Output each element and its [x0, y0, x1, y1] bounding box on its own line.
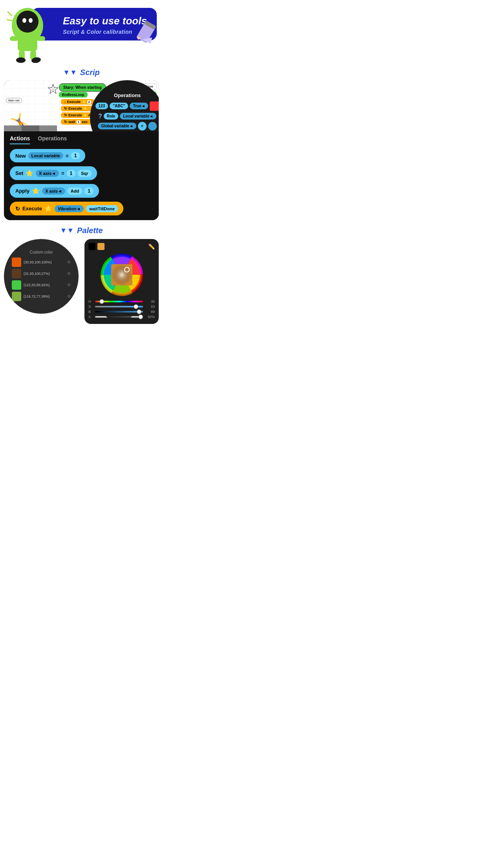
- slider-h-value: 35: [145, 300, 155, 303]
- color-wheel-header: ✏️: [88, 243, 155, 250]
- script-blocks-container: New Local variable = 1 Set ⭐ X axis◄ = 1…: [4, 144, 159, 220]
- ops-chip-123[interactable]: 123: [95, 103, 108, 109]
- color-swatches-row: [88, 243, 105, 250]
- set-block[interactable]: Set ⭐ X axis◄ = 1 Sqr: [10, 166, 97, 180]
- palette-down-arrow: ▼▼: [60, 226, 74, 235]
- color-item-3[interactable]: (122,83,89,92%) ⚙: [12, 280, 71, 290]
- script-label-text: Scrip: [80, 68, 100, 77]
- swatch-orange[interactable]: [97, 243, 105, 250]
- gear-icon-4[interactable]: ⚙: [67, 294, 71, 298]
- value-1-set[interactable]: 1: [67, 170, 76, 177]
- color-swatch-4: [12, 292, 21, 301]
- color-wheel-panel: ✏️: [84, 239, 159, 324]
- eyedropper-icon[interactable]: ✏️: [148, 243, 155, 250]
- ops-row-3: Global variable◄ <: [98, 122, 157, 131]
- slider-s-track[interactable]: [95, 306, 143, 307]
- slider-a-value: 92%: [145, 315, 155, 319]
- xaxis-apply-chip[interactable]: X axis◄: [42, 188, 65, 195]
- slider-s-thumb[interactable]: [134, 304, 138, 309]
- ops-row-1: 123 "ABC" True◄: [95, 101, 159, 111]
- slider-h-label: H: [88, 300, 93, 303]
- exec-block-4: ↻ wait 1 sec: [61, 119, 94, 125]
- star-icon-set: ⭐: [26, 169, 33, 177]
- value-1-chip[interactable]: 1: [71, 152, 80, 159]
- ops-chip-role[interactable]: Role: [104, 113, 119, 120]
- new-local-variable-block[interactable]: New Local variable = 1: [10, 149, 85, 162]
- script-tabs: Actions Operations: [4, 131, 159, 144]
- down-arrow-icon: ▼▼: [63, 68, 77, 77]
- slider-h-track[interactable]: [95, 301, 143, 302]
- wait-till-done-chip[interactable]: waitTillDone: [86, 205, 118, 212]
- gear-icon-1[interactable]: ⚙: [67, 260, 71, 264]
- slider-s-label: S: [88, 305, 93, 309]
- svg-rect-7: [10, 36, 18, 41]
- block-apply[interactable]: Apply ⭐ X axis◄ Add 1: [10, 184, 153, 198]
- sparkle-decoration: [6, 6, 22, 28]
- color-label-1: (30,93,100,100%): [24, 260, 65, 264]
- star-icon-apply: ⭐: [32, 187, 40, 195]
- gear-icon-2[interactable]: ⚙: [67, 271, 71, 276]
- loop-block: EndlessLoop: [59, 92, 88, 97]
- ops-chip-hexagon1[interactable]: [148, 122, 157, 131]
- slider-b-label: B: [88, 310, 93, 314]
- value-1-apply[interactable]: 1: [84, 188, 94, 195]
- slider-a: A 92%: [88, 315, 155, 319]
- color-label-4: (116,72,77,39%): [24, 294, 65, 298]
- execute-vibration-block[interactable]: ↻ Execute ⭐ Vibration◄ waitTillDone: [10, 202, 123, 215]
- script-section-label: ▼▼ Scrip: [0, 68, 163, 77]
- color-swatch-1: [12, 257, 21, 267]
- color-wheel-svg[interactable]: [100, 253, 143, 296]
- exec-block-2: ↻ Execute ⭐: [61, 106, 94, 111]
- slider-a-thumb[interactable]: [138, 314, 143, 319]
- svg-text:☆: ☆: [51, 87, 55, 92]
- star-block: ☆: [47, 83, 59, 97]
- custom-color-title: Custom color: [30, 250, 53, 254]
- swatch-black[interactable]: [88, 243, 95, 250]
- tab-actions[interactable]: Actions: [10, 135, 30, 144]
- local-variable-chip[interactable]: Local variable: [28, 152, 63, 159]
- color-item-2[interactable]: (31,93,100,27%) ⚙: [12, 269, 71, 278]
- slider-b-value: 89: [145, 310, 155, 314]
- slider-a-track[interactable]: [95, 316, 143, 318]
- tab-operations[interactable]: Operations: [38, 135, 67, 144]
- ops-chip-abc[interactable]: "ABC": [110, 103, 128, 109]
- block-new-local-var[interactable]: New Local variable = 1: [10, 149, 153, 162]
- ops-row-2: ? Role Local variable◄: [98, 113, 156, 120]
- ops-chip-lt[interactable]: <: [138, 122, 147, 131]
- add-chip[interactable]: Add: [68, 188, 82, 195]
- xaxis-chip[interactable]: X axis◄: [36, 170, 59, 177]
- execute-blocks: ↓ Execute ⭐ 2 ↻ Execute ⭐ ↻ Execute ⭐ A …: [61, 99, 94, 125]
- exec-block-1: ↓ Execute ⭐ 2: [61, 99, 94, 105]
- color-wheel-container[interactable]: [88, 253, 155, 296]
- svg-point-4: [22, 18, 26, 23]
- color-item-4[interactable]: (116,72,77,39%) ⚙: [12, 292, 71, 301]
- ops-red-square[interactable]: [150, 101, 159, 111]
- slider-s-value: 83: [145, 305, 155, 309]
- block-set-x-axis[interactable]: Set ⭐ X axis◄ = 1 Sqr: [10, 166, 153, 180]
- start-block: Stary: When starting: [59, 83, 106, 92]
- ops-question: ?: [98, 113, 102, 120]
- slider-b-track[interactable]: [95, 311, 143, 313]
- slider-a-label: A: [88, 315, 93, 319]
- game-view: Main role 🤸 ☆ Stary: When starting Endle…: [4, 80, 159, 131]
- main-role-badge: Main role: [6, 98, 22, 103]
- slider-b-thumb[interactable]: [137, 309, 141, 314]
- svg-rect-6: [18, 35, 37, 51]
- ops-chip-globalvar[interactable]: Global variable◄: [98, 123, 136, 129]
- block-execute-vibration[interactable]: ↻ Execute ⭐ Vibration◄ waitTillDone: [10, 202, 153, 215]
- slider-h: H 35: [88, 300, 155, 303]
- custom-color-panel: Custom color (30,93,100,100%) ⚙ (31,93,1…: [4, 239, 79, 314]
- ops-chip-localvar[interactable]: Local variable◄: [120, 113, 156, 120]
- svg-point-11: [16, 57, 26, 63]
- pencil-icon: [133, 21, 161, 48]
- sqr-chip[interactable]: Sqr: [78, 170, 91, 177]
- slider-h-thumb[interactable]: [99, 299, 104, 304]
- ops-chip-true[interactable]: True◄: [130, 103, 148, 109]
- gear-icon-3[interactable]: ⚙: [67, 283, 71, 287]
- color-item-1[interactable]: (30,93,100,100%) ⚙: [12, 257, 71, 267]
- vibration-chip[interactable]: Vibration◄: [55, 205, 84, 212]
- svg-rect-28: [111, 264, 132, 285]
- operations-title: Operations: [114, 92, 141, 98]
- apply-block[interactable]: Apply ⭐ X axis◄ Add 1: [10, 184, 99, 198]
- palette-row: Custom color (30,93,100,100%) ⚙ (31,93,1…: [4, 239, 159, 324]
